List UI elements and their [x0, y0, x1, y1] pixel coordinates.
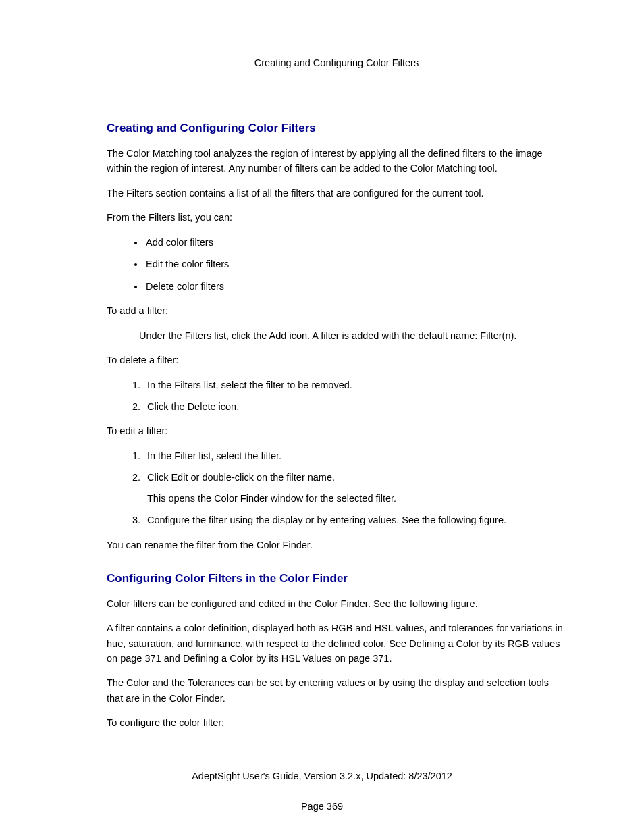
list-item: Delete color filters: [144, 279, 566, 294]
list-item: In the Filters list, select the filter t…: [143, 377, 566, 392]
running-header: Creating and Configuring Color Filters: [107, 55, 566, 70]
edit-steps: In the Filter list, select the filter. C…: [107, 448, 566, 528]
body-paragraph: You can rename the filter from the Color…: [107, 538, 566, 552]
body-paragraph: From the Filters list, you can:: [107, 210, 566, 225]
list-item: Edit the color filters: [144, 257, 566, 271]
heading-configuring-color-filters-finder: Configuring Color Filters in the Color F…: [107, 570, 566, 588]
footer-page-number: Page 369: [78, 799, 566, 814]
list-item: Add color filters: [144, 235, 566, 250]
body-paragraph: The Color Matching tool analyzes the reg…: [107, 146, 566, 176]
step-subtext: This opens the Color Finder window for t…: [147, 491, 566, 506]
filters-actions-list: Add color filters Edit the color filters…: [107, 235, 566, 294]
heading-creating-configuring-color-filters: Creating and Configuring Color Filters: [107, 120, 566, 137]
body-paragraph: To configure the color filter:: [107, 715, 566, 730]
procedure-intro-add: To add a filter:: [107, 303, 566, 318]
list-item: In the Filter list, select the filter.: [143, 448, 566, 463]
step-text: Click Edit or double-click on the filter…: [147, 472, 335, 483]
page-footer: AdeptSight User's Guide, Version 3.2.x, …: [78, 756, 566, 814]
body-paragraph: Color filters can be configured and edit…: [107, 596, 566, 611]
page-container: Creating and Configuring Color Filters C…: [0, 0, 644, 834]
body-paragraph: A filter contains a color definition, di…: [107, 621, 566, 666]
header-rule: [107, 76, 566, 76]
procedure-intro-edit: To edit a filter:: [107, 423, 566, 438]
list-item: Configure the filter using the display o…: [143, 513, 566, 527]
list-item: Click the Delete icon.: [143, 399, 566, 414]
procedure-intro-delete: To delete a filter:: [107, 353, 566, 367]
body-paragraph: The Color and the Tolerances can be set …: [107, 675, 566, 706]
list-item: Click Edit or double-click on the filter…: [143, 470, 566, 506]
footer-rule: [78, 756, 566, 756]
procedure-step: Under the Filters list, click the Add ic…: [139, 328, 566, 343]
delete-steps: In the Filters list, select the filter t…: [107, 377, 566, 415]
footer-doc-info: AdeptSight User's Guide, Version 3.2.x, …: [78, 768, 566, 783]
body-paragraph: The Filters section contains a list of a…: [107, 186, 566, 201]
